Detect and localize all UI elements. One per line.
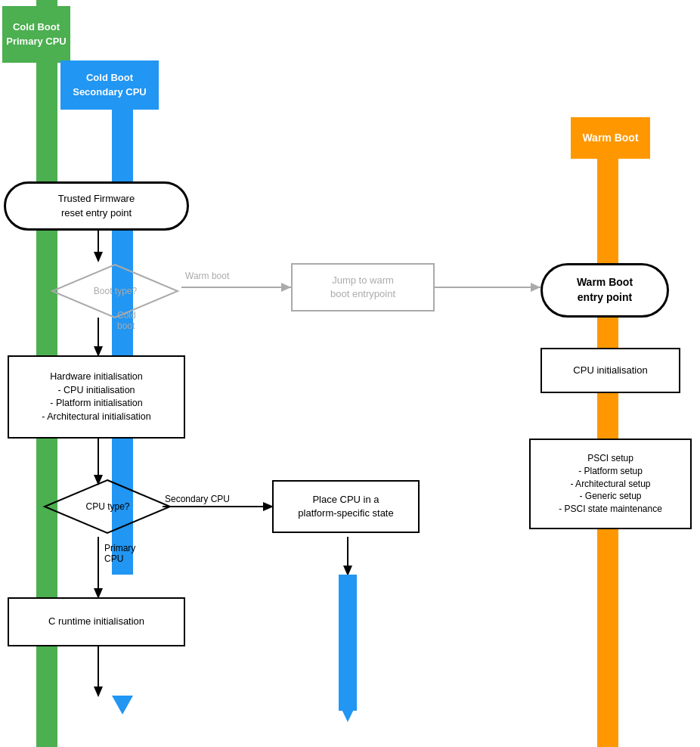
warm-boot-label: Warm Boot [571,117,650,159]
cpu-type-diamond: CPU type? [42,476,174,537]
svg-marker-23 [343,566,352,576]
warm-boot-entry-box: Warm Boot entry point [540,263,669,318]
svg-marker-31 [602,566,613,576]
svg-marker-9 [281,283,291,292]
svg-rect-2 [597,117,618,747]
svg-marker-25 [339,703,357,722]
secondary-cpu-label: Secondary CPU [165,494,230,504]
svg-marker-21 [94,687,103,697]
c-runtime-box: C runtime initialisation [8,597,185,646]
boot-type-diamond: Boot type? [49,261,181,321]
warm-boot-path-label: Warm boot [185,271,229,281]
diagram: Cold Boot Primary CPU Cold Boot Secondar… [0,0,700,747]
cpu-init-box: CPU initialisation [540,348,680,393]
cold-boot-primary-label: Cold Boot Primary CPU [2,6,70,63]
cpu-type-label: CPU type? [85,501,129,512]
place-cpu-box: Place CPU in a platform-specific state [272,480,420,533]
primary-cpu-label: Primary CPU [104,543,135,564]
cold-boot-path-label: Cold boot [117,310,136,331]
hardware-init-box: Hardware initialisation - CPU initialisa… [8,355,185,439]
svg-marker-11 [531,283,540,292]
svg-marker-5 [597,703,618,722]
jump-warm-boot-box: Jump to warm boot entrypoint [291,263,435,312]
svg-rect-24 [339,575,357,711]
psci-setup-box: PSCI setup - Platform setup - Architectu… [529,439,692,529]
svg-marker-3 [36,703,57,722]
cold-boot-secondary-label: Cold Boot Secondary CPU [60,60,159,110]
boot-type-label: Boot type? [94,286,137,296]
trusted-firmware-box: Trusted Firmware reset entry point [4,181,189,231]
svg-marker-4 [112,696,133,714]
